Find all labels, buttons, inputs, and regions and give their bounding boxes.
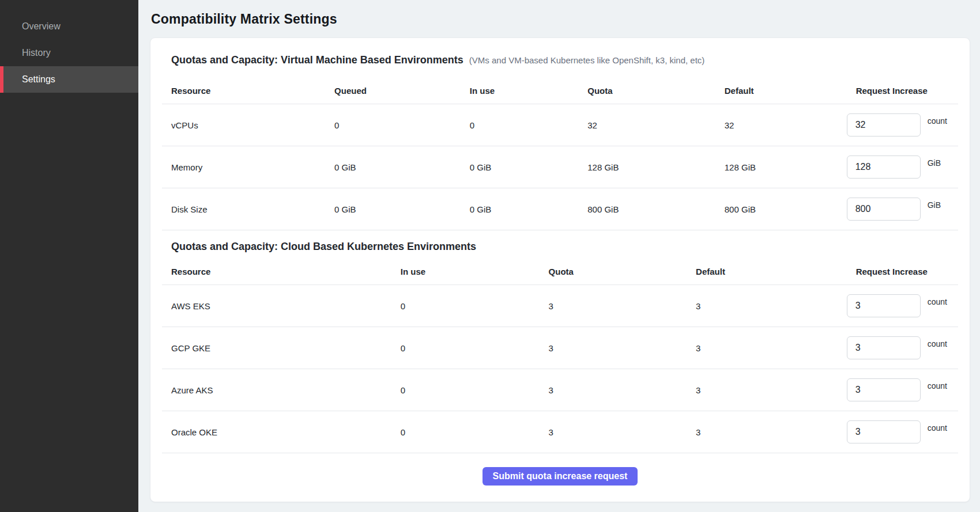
in-use-cell: 0 GiB [461, 204, 578, 214]
default-cell: 3 [687, 301, 847, 311]
table-row: Oracle OKE 0 3 3 count [162, 411, 958, 453]
sidebar-item-history[interactable]: History [0, 40, 138, 66]
request-increase-input[interactable] [847, 336, 921, 359]
unit-label: count [928, 423, 947, 433]
queued-cell: 0 GiB [325, 204, 461, 214]
quota-cell: 128 GiB [578, 162, 715, 172]
unit-label: GiB [928, 158, 941, 168]
resource-cell: GCP GKE [162, 343, 391, 353]
column-header-default: Default [715, 86, 847, 96]
column-header-default: Default [687, 267, 847, 276]
in-use-cell: 0 [461, 120, 578, 130]
cloud-table-body: AWS EKS 0 3 3 count GCP GKE 0 3 [162, 285, 958, 453]
column-header-quota: Quota [540, 267, 687, 276]
request-increase-cell: count [847, 420, 958, 443]
main-content: Compatibility Matrix Settings Quotas and… [138, 0, 980, 512]
table-row: Azure AKS 0 3 3 count [162, 369, 958, 411]
table-row: AWS EKS 0 3 3 count [162, 285, 958, 327]
submit-quota-increase-button[interactable]: Submit quota increase request [483, 467, 638, 486]
quota-cell: 3 [540, 427, 687, 437]
column-header-request-increase: Request Increase [847, 86, 958, 96]
request-increase-cell: count [847, 294, 958, 317]
vm-table-header-row: Resource Queued In use Quota Default Req… [162, 78, 958, 104]
quota-cell: 3 [540, 385, 687, 395]
vm-quota-table: Resource Queued In use Quota Default Req… [162, 78, 958, 230]
cloud-section-title: Quotas and Capacity: Cloud Based Kuberne… [171, 241, 476, 253]
column-header-quota: Quota [578, 86, 715, 96]
in-use-cell: 0 [391, 385, 540, 395]
resource-cell: Disk Size [162, 204, 325, 214]
sidebar-item-label: History [22, 48, 51, 58]
unit-label: count [928, 339, 947, 348]
column-header-in-use: In use [461, 86, 578, 96]
default-cell: 800 GiB [715, 204, 847, 214]
default-cell: 32 [715, 120, 847, 130]
card-footer: Submit quota increase request [162, 453, 958, 486]
resource-cell: vCPUs [162, 120, 325, 130]
table-row: GCP GKE 0 3 3 count [162, 327, 958, 369]
unit-label: count [928, 116, 947, 126]
cloud-quota-table: Resource In use Quota Default Request In… [162, 259, 958, 453]
request-increase-input[interactable] [847, 378, 921, 401]
in-use-cell: 0 [391, 343, 540, 353]
cloud-section-header: Quotas and Capacity: Cloud Based Kuberne… [162, 230, 958, 259]
vm-section-subtitle: (VMs and VM-based Kubernetes like OpenSh… [469, 55, 705, 65]
column-header-request-increase: Request Increase [847, 267, 958, 276]
unit-label: count [928, 297, 947, 306]
default-cell: 128 GiB [715, 162, 847, 172]
request-increase-cell: count [847, 113, 958, 136]
request-increase-input[interactable] [847, 198, 921, 221]
unit-label: count [928, 381, 947, 390]
request-increase-cell: count [847, 378, 958, 401]
in-use-cell: 0 [391, 427, 540, 437]
in-use-cell: 0 GiB [461, 162, 578, 172]
vm-table-body: vCPUs 0 0 32 32 count Memory 0 GiB [162, 104, 958, 230]
quota-settings-card: Quotas and Capacity: Virtual Machine Bas… [150, 37, 970, 502]
request-increase-input[interactable] [847, 294, 921, 317]
default-cell: 3 [687, 427, 847, 437]
resource-cell: AWS EKS [162, 301, 391, 311]
sidebar-item-settings[interactable]: Settings [0, 66, 138, 93]
request-increase-cell: GiB [847, 198, 958, 221]
table-row: Disk Size 0 GiB 0 GiB 800 GiB 800 GiB Gi… [162, 188, 958, 230]
resource-cell: Oracle OKE [162, 427, 391, 437]
request-increase-cell: count [847, 336, 958, 359]
column-header-queued: Queued [325, 86, 461, 96]
in-use-cell: 0 [391, 301, 540, 311]
column-header-in-use: In use [391, 267, 540, 276]
quota-cell: 3 [540, 343, 687, 353]
table-row: Memory 0 GiB 0 GiB 128 GiB 128 GiB GiB [162, 146, 958, 188]
sidebar: Overview History Settings [0, 0, 138, 512]
sidebar-item-overview[interactable]: Overview [0, 13, 138, 40]
request-increase-input[interactable] [847, 420, 921, 443]
page-title: Compatibility Matrix Settings [151, 12, 970, 27]
resource-cell: Azure AKS [162, 385, 391, 395]
resource-cell: Memory [162, 162, 325, 172]
table-row: vCPUs 0 0 32 32 count [162, 104, 958, 146]
quota-cell: 3 [540, 301, 687, 311]
queued-cell: 0 [325, 120, 461, 130]
request-increase-input[interactable] [847, 113, 921, 136]
vm-section-header: Quotas and Capacity: Virtual Machine Bas… [162, 50, 958, 78]
quota-cell: 800 GiB [578, 204, 715, 214]
unit-label: GiB [928, 200, 941, 210]
quota-cell: 32 [578, 120, 715, 130]
column-header-resource: Resource [162, 86, 325, 96]
default-cell: 3 [687, 343, 847, 353]
queued-cell: 0 GiB [325, 162, 461, 172]
cloud-table-header-row: Resource In use Quota Default Request In… [162, 259, 958, 285]
sidebar-item-label: Settings [22, 74, 55, 85]
sidebar-item-label: Overview [22, 21, 61, 32]
request-increase-cell: GiB [847, 156, 958, 179]
request-increase-input[interactable] [847, 156, 921, 179]
vm-section-title: Quotas and Capacity: Virtual Machine Bas… [171, 54, 463, 66]
default-cell: 3 [687, 385, 847, 395]
column-header-resource: Resource [162, 267, 391, 276]
